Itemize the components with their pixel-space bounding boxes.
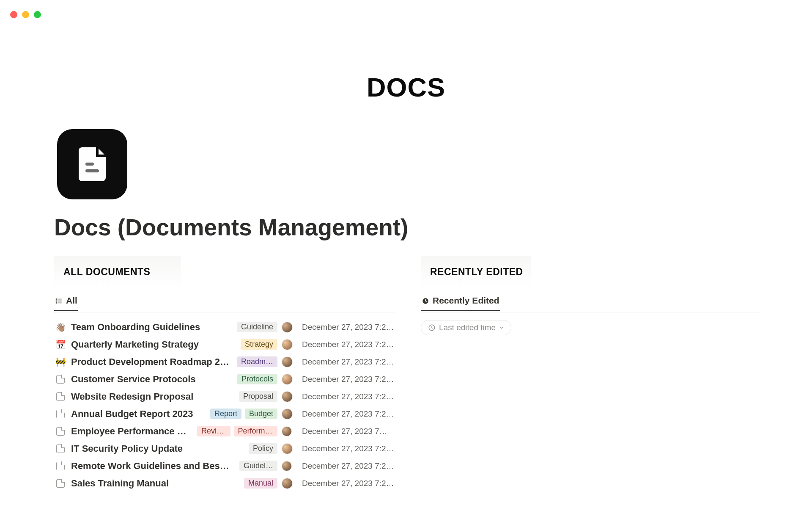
- construction-icon: 🚧: [54, 357, 67, 367]
- list-item[interactable]: Remote Work Guidelines and Best Pr… Guid…: [54, 457, 395, 475]
- doc-title: Product Development Roadmap 2…: [71, 356, 232, 367]
- minimize-window-button[interactable]: [22, 11, 29, 18]
- recently-edited-header: RECENTLY EDITED: [421, 256, 531, 288]
- page-icon: [54, 392, 67, 401]
- svg-rect-0: [85, 163, 94, 166]
- avatar: [282, 322, 293, 333]
- doc-timestamp: December 27, 2023 7:27 PM: [302, 444, 395, 453]
- tag: Protocols: [237, 374, 277, 384]
- doc-title: Sales Training Manual: [71, 478, 232, 489]
- doc-timestamp: December 27, 2023 7:2…: [302, 461, 395, 471]
- recently-edited-tabs: Recently Edited: [421, 297, 759, 312]
- doc-timestamp: December 27, 2023 7:29 PM: [302, 323, 395, 332]
- close-window-button[interactable]: [10, 11, 17, 18]
- tab-all[interactable]: All: [54, 295, 78, 311]
- avatar: [282, 461, 292, 471]
- list-item[interactable]: 📅 Quarterly Marketing Strategy Strategy …: [54, 336, 395, 353]
- doc-title: Quarterly Marketing Strategy: [71, 339, 232, 350]
- avatar: [282, 478, 293, 489]
- doc-title: Remote Work Guidelines and Best Pr…: [71, 461, 232, 472]
- doc-tags: Protocols: [237, 374, 277, 384]
- tag: Roadm…: [237, 356, 277, 367]
- list-item[interactable]: 👋🏽 Team Onboarding Guidelines Guideline …: [54, 318, 395, 336]
- svg-point-5: [56, 298, 57, 299]
- doc-tags: Manual: [244, 478, 277, 489]
- doc-tags: Strategy: [241, 339, 277, 350]
- tag: Report: [210, 409, 241, 419]
- page-icon: [54, 410, 67, 418]
- filter-label: Last edited time: [439, 323, 496, 332]
- doc-tags: Guideline: [237, 322, 277, 332]
- page-title: Docs (Documents Management): [54, 214, 408, 241]
- avatar: [282, 374, 293, 385]
- doc-title: Team Onboarding Guidelines: [71, 322, 232, 333]
- page-icon: [54, 375, 67, 384]
- all-documents-tabs: All: [54, 297, 395, 312]
- svg-point-6: [56, 301, 57, 301]
- list-item[interactable]: Employee Performance Review… Review Perf…: [54, 422, 395, 440]
- doc-title: Website Redesign Proposal: [71, 391, 232, 402]
- doc-title: Customer Service Protocols: [71, 374, 232, 385]
- doc-tags: Roadm…: [237, 356, 277, 367]
- list-item[interactable]: Website Redesign Proposal Proposal Decem…: [54, 388, 395, 405]
- avatar: [282, 339, 293, 350]
- tag: Review: [197, 426, 230, 436]
- svg-point-7: [56, 302, 57, 303]
- doc-tags: Policy: [249, 443, 277, 454]
- all-documents-header: ALL DOCUMENTS: [54, 256, 181, 288]
- doc-tags: Proposal: [239, 391, 277, 402]
- page-icon[interactable]: [57, 129, 127, 199]
- tab-recently-edited[interactable]: Recently Edited: [421, 295, 500, 311]
- tag: Budget: [245, 409, 277, 419]
- list-item[interactable]: Annual Budget Report 2023 Report Budget …: [54, 405, 395, 422]
- list-item[interactable]: IT Security Policy Update Policy Decembe…: [54, 440, 395, 457]
- doc-timestamp: December 27, 2023 7:27 PM: [302, 375, 395, 384]
- tag: Performan: [234, 426, 277, 436]
- avatar: [282, 356, 293, 367]
- doc-tags: Guidel…: [239, 461, 277, 471]
- svg-rect-1: [85, 169, 99, 172]
- tag: Strategy: [241, 339, 277, 350]
- tab-recently-edited-label: Recently Edited: [433, 295, 499, 306]
- list-item[interactable]: Sales Training Manual Manual December 27…: [54, 475, 395, 492]
- doc-timestamp: December 27, 2023 7…: [302, 427, 395, 436]
- documents-list: 👋🏽 Team Onboarding Guidelines Guideline …: [54, 318, 395, 492]
- tag: Proposal: [239, 391, 277, 402]
- page-icon: [54, 444, 67, 453]
- avatar: [282, 443, 293, 454]
- clock-icon: [422, 297, 429, 304]
- list-item[interactable]: 🚧 Product Development Roadmap 2… Roadm… …: [54, 353, 395, 370]
- doc-tags: Report Budget: [210, 409, 277, 419]
- avatar: [282, 426, 292, 436]
- avatar: [282, 409, 293, 420]
- hero-title: DOCS: [0, 72, 812, 102]
- doc-timestamp: December 27, 2023 7:29 PM: [302, 340, 395, 349]
- doc-timestamp: December 27, 2023 7:29 …: [302, 357, 395, 367]
- tag: Guideline: [237, 322, 277, 332]
- doc-timestamp: December 27, 2023 7:27 PM: [302, 479, 395, 488]
- page-icon: [54, 462, 67, 470]
- chevron-down-icon: [499, 323, 504, 332]
- page-icon: [54, 427, 67, 436]
- doc-title: Employee Performance Review…: [71, 426, 193, 437]
- tab-all-label: All: [66, 295, 77, 306]
- zoom-window-button[interactable]: [34, 11, 41, 18]
- last-edited-time-filter[interactable]: Last edited time: [421, 320, 511, 335]
- clock-outline-icon: [428, 324, 436, 331]
- calendar-icon: 📅: [54, 340, 67, 350]
- page-icon: [54, 479, 67, 488]
- tag: Manual: [244, 478, 277, 489]
- doc-title: Annual Budget Report 2023: [71, 409, 206, 420]
- avatar: [282, 391, 293, 402]
- tag: Policy: [249, 443, 277, 454]
- wave-icon: 👋🏽: [54, 322, 67, 332]
- list-icon: [55, 297, 63, 304]
- doc-timestamp: December 27, 2023 7:27 PM: [302, 409, 395, 419]
- list-item[interactable]: Customer Service Protocols Protocols Dec…: [54, 370, 395, 388]
- window-traffic-lights: [10, 11, 41, 18]
- doc-timestamp: December 27, 2023 7:27 PM: [302, 392, 395, 401]
- document-icon: [72, 144, 112, 185]
- tag: Guidel…: [239, 461, 277, 471]
- doc-title: IT Security Policy Update: [71, 443, 232, 454]
- doc-tags: Review Performan: [197, 426, 277, 436]
